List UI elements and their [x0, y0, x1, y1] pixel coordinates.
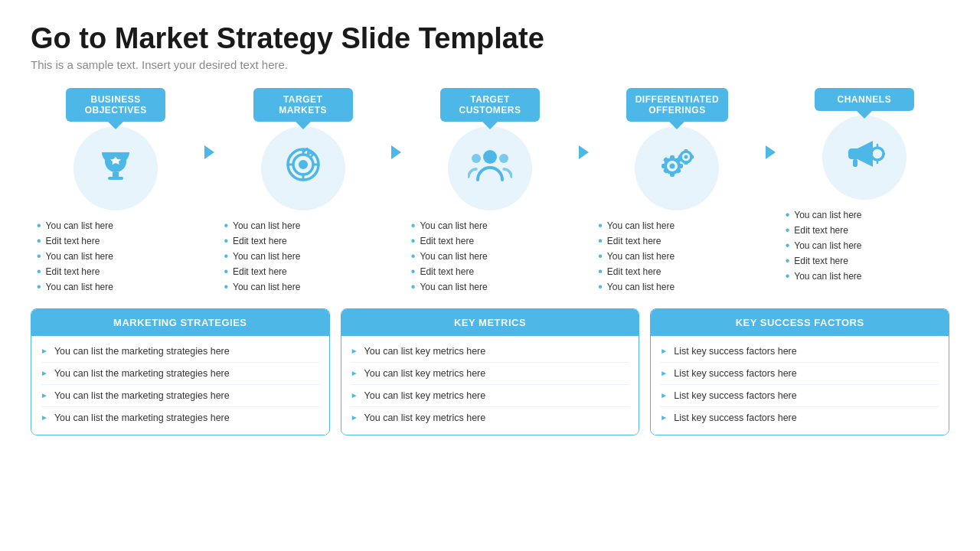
list-item[interactable]: You can list here — [224, 249, 387, 264]
arrow-icon: ► — [41, 391, 48, 399]
card-header-marketing-strategies: MARKETING STRATEGIES — [31, 309, 329, 336]
list-item[interactable]: You can list here — [598, 249, 762, 264]
flow-list-business-objectives: You can list here Edit text here You can… — [31, 218, 201, 295]
arrow-icon: ► — [351, 413, 358, 422]
svg-point-19 — [684, 155, 688, 158]
arrow-1 — [201, 88, 217, 159]
flow-arrow-icon — [579, 145, 589, 159]
list-item[interactable]: Edit text here — [224, 264, 387, 279]
flow-list-target-customers: You can list here Edit text here You can… — [405, 218, 575, 295]
arrow-2 — [388, 88, 405, 159]
list-item[interactable]: You can list here — [411, 218, 575, 233]
flow-arrow-icon — [766, 145, 776, 159]
card-body-marketing-strategies: ►You can list the marketing strategies h… — [31, 336, 329, 435]
flow-column-target-customers: TARGETCUSTOMERS You can list here Edit t… — [405, 88, 575, 295]
arrow-icon: ► — [41, 413, 48, 422]
list-item[interactable]: Edit text here — [411, 233, 575, 249]
list-item[interactable]: ►You can list key metrics here — [351, 341, 630, 363]
card-marketing-strategies: MARKETING STRATEGIES ►You can list the m… — [31, 308, 330, 435]
list-item[interactable]: You can list here — [786, 238, 949, 253]
list-item[interactable]: You can list here — [37, 249, 201, 264]
list-item[interactable]: Edit text here — [411, 264, 575, 279]
flow-section: BUSINESSOBJECTIVES You can list here Edi… — [31, 88, 949, 295]
list-item[interactable]: You can list here — [786, 207, 949, 223]
flow-circle-differentiated-offerings — [635, 126, 719, 210]
arrow-3 — [575, 88, 592, 159]
list-item[interactable]: ►You can list key metrics here — [351, 363, 630, 385]
list-item[interactable]: You can list here — [37, 218, 201, 233]
flow-column-differentiated-offerings: DIFFERENTIATEDOFFERINGS — [592, 88, 762, 295]
arrow-icon: ► — [660, 413, 668, 422]
list-item[interactable]: Edit text here — [598, 264, 762, 279]
svg-point-6 — [472, 154, 481, 163]
svg-rect-20 — [684, 149, 688, 153]
list-item[interactable]: ►You can list the marketing strategies h… — [41, 385, 320, 407]
arrow-icon: ► — [660, 391, 668, 399]
flow-circle-target-customers — [448, 126, 532, 210]
flow-header-channels: CHANNELS — [815, 88, 914, 111]
svg-rect-1 — [108, 177, 123, 180]
svg-point-25 — [871, 148, 884, 160]
arrow-icon: ► — [41, 369, 48, 377]
list-item[interactable]: ►List key success factors here — [660, 363, 939, 385]
list-item[interactable]: ►List key success factors here — [660, 341, 939, 363]
bottom-list-key-success-factors: ►List key success factors here ►List key… — [660, 341, 939, 429]
svg-rect-13 — [678, 164, 683, 168]
list-item[interactable]: ►You can list key metrics here — [351, 407, 630, 429]
arrow-icon: ► — [351, 391, 358, 399]
list-item[interactable]: ►You can list key metrics here — [351, 385, 630, 407]
flow-circle-business-objectives — [74, 126, 158, 210]
arrow-icon: ► — [41, 347, 48, 355]
flow-circle-target-markets — [261, 126, 345, 210]
flow-header-differentiated-offerings: DIFFERENTIATEDOFFERINGS — [626, 88, 728, 122]
flow-list-target-markets: You can list here Edit text here You can… — [217, 218, 387, 295]
list-item[interactable]: ►You can list the marketing strategies h… — [41, 363, 320, 385]
list-item[interactable]: Edit text here — [224, 233, 387, 249]
svg-point-7 — [499, 154, 508, 163]
svg-rect-23 — [691, 155, 694, 158]
arrow-icon: ► — [351, 369, 358, 377]
arrow-icon: ► — [660, 369, 668, 377]
svg-rect-10 — [670, 155, 675, 160]
list-item[interactable]: ►List key success factors here — [660, 385, 939, 407]
arrow-4 — [763, 88, 779, 159]
svg-rect-12 — [662, 164, 666, 168]
list-item[interactable]: You can list here — [224, 218, 387, 233]
list-item[interactable]: You can list here — [411, 279, 575, 295]
list-item[interactable]: Edit text here — [598, 233, 762, 249]
gears-icon — [655, 145, 698, 192]
flow-column-business-objectives: BUSINESSOBJECTIVES You can list here Edi… — [31, 88, 201, 295]
bottom-list-marketing-strategies: ►You can list the marketing strategies h… — [41, 341, 320, 429]
svg-point-5 — [483, 150, 497, 164]
bottom-list-key-metrics: ►You can list key metrics here ►You can … — [351, 341, 630, 429]
list-item[interactable]: Edit text here — [37, 233, 201, 249]
list-item[interactable]: Edit text here — [786, 223, 949, 238]
list-item[interactable]: Edit text here — [37, 264, 201, 279]
flow-header-target-markets: TARGETMARKETS — [253, 88, 353, 122]
list-item[interactable]: ►List key success factors here — [660, 407, 939, 429]
list-item[interactable]: Edit text here — [786, 253, 949, 269]
flow-arrow-icon — [204, 145, 214, 159]
target-icon — [283, 144, 324, 193]
people-icon — [468, 146, 512, 191]
list-item[interactable]: You can list here — [37, 279, 201, 295]
bottom-section: MARKETING STRATEGIES ►You can list the m… — [31, 308, 949, 435]
svg-rect-0 — [113, 172, 119, 177]
svg-rect-11 — [670, 172, 675, 177]
list-item[interactable]: You can list here — [224, 279, 387, 295]
list-item[interactable]: You can list here — [411, 249, 575, 264]
svg-point-9 — [670, 163, 675, 168]
list-item[interactable]: You can list here — [786, 269, 949, 284]
card-body-key-success-factors: ►List key success factors here ►List key… — [651, 336, 949, 435]
list-item[interactable]: You can list here — [598, 279, 762, 295]
card-body-key-metrics: ►You can list key metrics here ►You can … — [341, 336, 639, 435]
list-item[interactable]: ►You can list the marketing strategies h… — [41, 407, 320, 429]
list-item[interactable]: ►You can list the marketing strategies h… — [41, 341, 320, 363]
svg-rect-22 — [678, 155, 682, 158]
list-item[interactable]: You can list here — [598, 218, 762, 233]
arrow-icon: ► — [351, 347, 358, 355]
card-header-key-metrics: KEY METRICS — [341, 309, 639, 336]
megaphone-icon — [844, 135, 885, 181]
trophy-icon — [96, 145, 136, 192]
flow-list-channels: You can list here Edit text here You can… — [779, 207, 949, 284]
